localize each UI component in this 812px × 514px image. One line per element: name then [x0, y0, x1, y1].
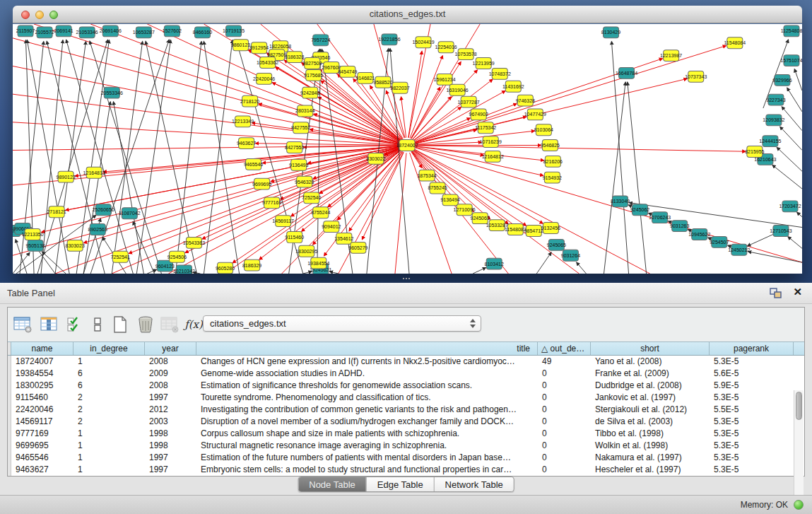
network-node[interactable]: 25260650 [93, 204, 114, 216]
tab-node-table[interactable]: Node Table [298, 477, 366, 491]
cell-page[interactable]: 5.3E-5 [710, 452, 794, 464]
cell-name[interactable]: 9115460 [11, 392, 73, 404]
network-node[interactable]: 9605279 [348, 242, 367, 253]
cell-page[interactable]: 5.3E-5 [710, 464, 794, 476]
cell-page[interactable]: 5.3E-5 [710, 416, 794, 428]
network-node[interactable]: 8303023 [66, 240, 85, 251]
network-node[interactable]: 9136494 [440, 194, 459, 206]
cell-short[interactable]: Wolkin et al. (1998) [591, 440, 710, 452]
cell-name[interactable]: 18300295 [11, 380, 73, 392]
network-node[interactable]: 15961234 [434, 74, 456, 85]
cell-in[interactable]: 1 [73, 464, 145, 476]
row-height-icon[interactable] [87, 314, 108, 335]
network-node[interactable]: 22420046 [253, 73, 275, 84]
network-node[interactable]: 18300295 [295, 245, 317, 257]
network-node[interactable]: 9746328 [516, 95, 535, 106]
network-node[interactable]: 10748372 [489, 68, 511, 79]
network-node[interactable]: 10543363 [183, 237, 205, 248]
table-row[interactable]: 1938455462009Genome-wide association stu… [8, 368, 804, 380]
cell-year[interactable]: 1998 [145, 428, 196, 440]
cell-name[interactable]: 18724007 [11, 356, 73, 368]
cell-page[interactable]: 5.3E-5 [710, 356, 794, 368]
network-node[interactable]: 10477429 [524, 109, 546, 120]
scrollbar-thumb[interactable] [796, 392, 802, 420]
cell-title[interactable]: Estimation of significance thresholds fo… [196, 380, 538, 392]
network-node[interactable]: 2069141 [54, 25, 73, 37]
network-node[interactable]: 15024419 [412, 37, 434, 48]
column-header-title[interactable]: title [196, 342, 538, 355]
network-node[interactable]: 8755244 [311, 207, 330, 218]
table-mode-icon[interactable] [12, 314, 33, 335]
cell-out[interactable]: 0 [538, 452, 591, 464]
network-node[interactable]: 9031263 [670, 221, 689, 232]
network-node[interactable]: 10737343 [685, 71, 707, 82]
cell-year[interactable]: 2009 [145, 368, 196, 380]
cell-page[interactable]: 5.5E-5 [710, 404, 794, 416]
network-node[interactable]: 11254808 [781, 25, 802, 37]
tab-edge-table[interactable]: Edge Table [366, 477, 434, 491]
network-node[interactable]: 8103412 [485, 258, 504, 269]
network-node[interactable]: 8427553 [285, 142, 304, 153]
network-node[interactable]: 16319046 [447, 84, 469, 95]
network-node[interactable]: 2718121 [47, 206, 66, 218]
network-node[interactable]: 2115907 [16, 25, 35, 37]
network-node[interactable]: 7252541 [111, 251, 130, 262]
cell-year[interactable]: 2008 [145, 380, 196, 392]
network-node[interactable]: 12213350 [21, 229, 43, 240]
cell-short[interactable]: Hescheler et al. (1997) [591, 464, 710, 476]
show-columns-icon[interactable] [39, 314, 60, 335]
column-header-out-degree[interactable]: △ out_de… [538, 342, 591, 355]
network-view-canvas[interactable]: 2115907210557220691412105334620691406106… [13, 24, 802, 274]
cell-in[interactable]: 1 [73, 428, 145, 440]
cell-title[interactable]: Investigating the contribution of common… [196, 404, 538, 416]
network-node[interactable]: 9245062 [630, 204, 649, 216]
network-node[interactable]: 9227343 [766, 94, 785, 105]
cell-page[interactable]: 5.3E-5 [710, 428, 794, 440]
network-node[interactable]: 17203472 [779, 201, 801, 212]
column-header-name[interactable]: name [11, 342, 73, 355]
network-node[interactable]: 12093832 [763, 115, 784, 126]
column-header-in-degree[interactable]: in_degree [73, 342, 145, 355]
tab-network-table[interactable]: Network Table [434, 477, 514, 491]
cell-out[interactable]: 0 [538, 392, 591, 404]
cell-in[interactable]: 1 [73, 440, 145, 452]
network-node[interactable]: 9136493 [289, 159, 308, 170]
network-node[interactable]: 12213987 [660, 50, 682, 62]
network-node[interactable]: 10945622 [688, 229, 710, 240]
function-builder-icon[interactable]: ƒ(x) [183, 314, 204, 335]
network-node[interactable]: 10210342 [173, 265, 195, 274]
network-node[interactable]: 10653287 [133, 27, 155, 38]
cell-year[interactable]: 2003 [145, 416, 196, 428]
network-node[interactable]: 15751074 [780, 55, 802, 66]
table-selector-dropdown[interactable]: citations_edges.txt [203, 315, 481, 332]
select-rows-icon[interactable] [64, 314, 86, 335]
network-node[interactable]: 9546825 [541, 140, 560, 151]
network-node[interactable]: 10753578 [455, 49, 477, 60]
cell-name[interactable]: 9465546 [11, 452, 73, 464]
network-node[interactable]: 8912954 [249, 42, 269, 54]
network-node[interactable]: 11548083 [505, 224, 526, 235]
network-node[interactable]: 9465546 [244, 158, 263, 170]
cell-year[interactable]: 2012 [145, 404, 196, 416]
network-node[interactable]: 9175685 [304, 69, 323, 81]
network-node[interactable]: 8303022 [366, 153, 385, 164]
network-node[interactable]: 9154932 [543, 172, 562, 183]
zoom-window-icon[interactable] [49, 11, 58, 19]
table-row[interactable]: 1456911722003Disruption of a novel membe… [8, 416, 804, 428]
cell-page[interactable]: 5.9E-5 [710, 380, 794, 392]
network-node[interactable]: 12213959 [473, 58, 495, 69]
network-node[interactable]: 9329966 [772, 74, 792, 86]
network-node[interactable]: 8902563 [88, 224, 107, 235]
network-node[interactable]: 10377287 [458, 96, 480, 107]
network-node[interactable]: 9860123 [231, 40, 250, 51]
cell-year[interactable]: 1998 [145, 440, 196, 452]
network-node[interactable]: 9827508 [302, 58, 322, 69]
cell-name[interactable]: 9699695 [11, 440, 73, 452]
panel-resize-grip[interactable] [402, 278, 411, 281]
network-node[interactable]: 8216206 [543, 156, 563, 167]
network-node[interactable]: 8130429 [601, 27, 620, 38]
network-node[interactable]: 2105572 [35, 27, 54, 38]
cell-out[interactable]: 0 [538, 380, 591, 392]
network-node[interactable]: 19384554 [307, 257, 329, 269]
network-node[interactable]: 9245065 [547, 239, 566, 250]
